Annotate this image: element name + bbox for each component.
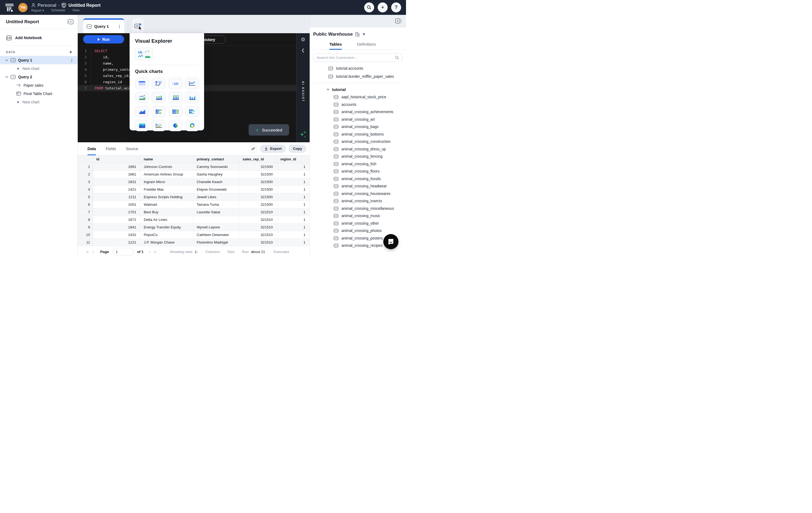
table-row[interactable]: 6 1001 Walmart Tamara Tuma 321500 1	[78, 201, 310, 208]
column-header-primary-contact[interactable]: primary_contact	[193, 155, 239, 163]
sidebar-item-pivot-table-chart[interactable]: Pivot Table Chart	[0, 89, 78, 98]
tab-data[interactable]: Data	[87, 142, 96, 155]
status-badge[interactable]: ✓ Succeeded	[249, 124, 289, 136]
visual-explorer-button[interactable]	[135, 48, 153, 60]
copy-button[interactable]: Copy	[289, 145, 307, 153]
add-data-button[interactable]: +	[69, 50, 72, 54]
column-header-sales-rep-id[interactable]: sales_rep_id	[239, 155, 277, 163]
prev-page-icon[interactable]: ‹	[92, 250, 94, 254]
table-list-item[interactable]: animal_crossing_music	[310, 212, 406, 220]
sidebar-item-new-chart-1[interactable]: + New chart	[0, 64, 78, 73]
menu-report[interactable]: Report ▾	[31, 8, 44, 12]
quick-chart-grouped-bar-button[interactable]	[185, 106, 199, 117]
sidebar-item-paper-sales[interactable]: ^2 Paper sales	[0, 81, 78, 89]
quick-chart-stacked-column-button[interactable]	[152, 92, 166, 103]
pinned-table-item[interactable]: tutorial.dunder_mifflin_paper_sales	[310, 73, 406, 80]
tab-tables[interactable]: Tables	[329, 38, 342, 50]
table-list-item[interactable]: animal_crossing_art	[310, 116, 406, 123]
table-list-item[interactable]: animal_crossing_bags	[310, 123, 406, 131]
schema-group-tutorial[interactable]: tutorial	[310, 85, 406, 93]
table-list-item[interactable]: accounts	[310, 101, 406, 109]
sidebar-item-new-chart-2[interactable]: + New chart	[0, 98, 78, 106]
table-row[interactable]: 10 1431 PepsiCo Cathleen Delamater 32151…	[78, 231, 310, 239]
table-list-item[interactable]: animal_crossing_miscellaneous	[310, 205, 406, 212]
table-list-item[interactable]: animal_crossing_fencing	[310, 153, 406, 161]
search-button[interactable]	[364, 2, 374, 12]
quick-chart-donut-button[interactable]	[185, 120, 199, 131]
table-row[interactable]: 3 1631 Ingram Micro Chanelle Keach 32150…	[78, 178, 310, 186]
new-button[interactable]: +	[378, 2, 388, 12]
help-button[interactable]: ?	[391, 2, 401, 12]
table-list-item[interactable]: aapl_historical_stock_price	[310, 93, 406, 101]
table-row[interactable]: 11 1221 J.P. Morgan Chase Florentino Mad…	[78, 239, 310, 246]
table-row[interactable]: 8 1671 Delta Air Lines 321510 1	[78, 216, 310, 224]
table-row[interactable]: 7 1701 Best Buy Laurette Sakai 321510 1	[78, 208, 310, 216]
quick-chart-grouped-column-button[interactable]	[185, 92, 199, 103]
table-list-item[interactable]: animal_crossing_bottoms	[310, 131, 406, 138]
table-list-item[interactable]: animal_crossing_dress_up	[310, 145, 406, 153]
tab-menu-icon[interactable]: ⋮	[118, 24, 121, 29]
run-button[interactable]: Run	[83, 35, 124, 44]
quick-chart-area-100-button[interactable]	[135, 120, 149, 131]
sidebar-item-query2[interactable]: Query 2	[0, 73, 78, 81]
quick-chart-scatter-button[interactable]	[152, 120, 166, 131]
tab-definitions[interactable]: Definitions	[357, 38, 376, 50]
table-list-item[interactable]: animal_crossing_achievements	[310, 108, 406, 116]
quick-chart-table-button[interactable]	[135, 78, 149, 89]
export-button[interactable]: Export	[260, 145, 286, 153]
quick-chart-stacked-bar-button[interactable]	[152, 106, 166, 117]
table-list-item[interactable]: animal_crossing_construction	[310, 138, 406, 145]
quick-chart-big-number-button[interactable]: ^123	[169, 78, 182, 89]
sidebar-item-query1[interactable]: Query 1 ⋮	[0, 56, 78, 64]
tab-query1[interactable]: Query 1 ⋮	[83, 18, 124, 33]
collapse-right-panel-icon[interactable]	[395, 18, 402, 24]
table-list-item[interactable]: animal_crossing_housewares	[310, 190, 406, 198]
breadcrumb-workspace[interactable]: Personal	[37, 3, 56, 8]
quick-chart-area-button[interactable]	[135, 106, 149, 117]
table-list-item[interactable]: animal_crossing_insects	[310, 197, 406, 205]
new-chart-tab-button[interactable]	[132, 18, 144, 33]
query1-menu-icon[interactable]: ⋮	[70, 58, 74, 62]
pinned-table-item[interactable]: tutorial.accounts	[310, 64, 406, 72]
ai-assist-strip[interactable]: ⚙ ❮ AI ASSIST	[296, 33, 310, 142]
table-row[interactable]: 1 1691 Johnson Controls Cammy Sosnowski …	[78, 163, 310, 171]
last-page-icon[interactable]: »	[154, 250, 156, 254]
column-header-region-id[interactable]: region_id	[277, 155, 310, 163]
next-page-icon[interactable]: ›	[149, 250, 150, 254]
quick-chart-line-button[interactable]	[185, 78, 199, 89]
first-page-icon[interactable]: «	[86, 250, 89, 254]
column-header-id[interactable]: id	[93, 155, 140, 163]
table-list-item[interactable]: animal_crossing_headwear	[310, 182, 406, 190]
page-input[interactable]	[113, 248, 133, 255]
mode-logo-icon[interactable]	[4, 3, 14, 12]
menu-view[interactable]: View	[72, 8, 79, 12]
quick-chart-pie-button[interactable]	[169, 120, 182, 131]
connection-search-input[interactable]	[317, 56, 395, 60]
quick-chart-stacked-bar-100-button[interactable]	[169, 106, 182, 117]
avatar[interactable]: TM	[18, 3, 28, 12]
gear-icon[interactable]: ⚙	[301, 36, 305, 44]
table-list-item[interactable]: animal_crossing_other	[310, 220, 406, 227]
table-list-item[interactable]: animal_crossing_fish	[310, 161, 406, 168]
tab-source[interactable]: Source	[126, 142, 138, 155]
add-notebook-button[interactable]: Add Notebook	[0, 33, 78, 42]
connection-search[interactable]	[313, 54, 402, 62]
table-row[interactable]: 4 1421 Freddie Mac Elayne Grunewald 3215…	[78, 186, 310, 193]
table-list-item[interactable]: animal_crossing_floors	[310, 168, 406, 175]
quick-chart-pivot-table-button[interactable]	[152, 78, 166, 89]
table-row[interactable]: 2 1661 American Airlines Group Sasha Hau…	[78, 171, 310, 178]
collapse-left-panel-icon[interactable]	[67, 19, 74, 25]
menu-schedule[interactable]: Schedule	[51, 8, 65, 12]
table-list-item[interactable]: animal_crossing_photos	[310, 227, 406, 235]
connection-selector[interactable]: Public Warehouse	[310, 27, 406, 38]
table-row[interactable]: 9 1641 Energy Transfer Equity Wynell Lep…	[78, 224, 310, 231]
column-header-name[interactable]: name	[140, 155, 193, 163]
tab-fields[interactable]: Fields	[106, 142, 116, 155]
primary-contact-cell: Laurette Sakai	[193, 208, 239, 216]
table-list-item[interactable]: animal_crossing_fossils	[310, 175, 406, 183]
quick-chart-stacked-column-100-button[interactable]	[169, 92, 182, 103]
share-link-button[interactable]	[249, 144, 257, 153]
quick-chart-line-and-bar-button[interactable]	[135, 92, 149, 103]
table-row[interactable]: 5 1211 Express Scripts Holding Jewell Li…	[78, 193, 310, 201]
chat-widget-button[interactable]	[383, 234, 399, 249]
